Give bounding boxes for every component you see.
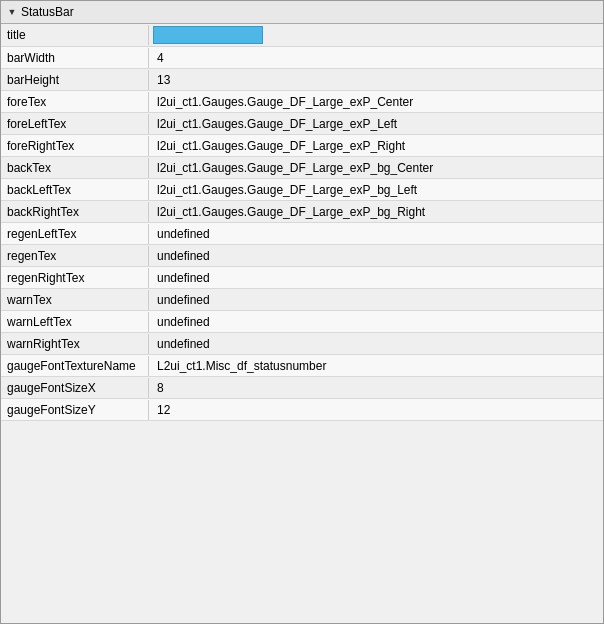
prop-value-text: l2ui_ct1.Gauges.Gauge_DF_Large_exP_bg_Le… xyxy=(153,181,421,199)
table-row: barHeight13 xyxy=(1,69,603,91)
prop-label: regenTex xyxy=(1,246,149,266)
table-row: backTexl2ui_ct1.Gauges.Gauge_DF_Large_ex… xyxy=(1,157,603,179)
prop-label: gaugeFontSizeX xyxy=(1,378,149,398)
prop-label: warnLeftTex xyxy=(1,312,149,332)
table-row: warnRightTexundefined xyxy=(1,333,603,355)
prop-value-text: undefined xyxy=(153,335,214,353)
prop-value-text: l2ui_ct1.Gauges.Gauge_DF_Large_exP_Cente… xyxy=(153,93,417,111)
prop-value-text: undefined xyxy=(153,225,214,243)
prop-value-text: undefined xyxy=(153,269,214,287)
prop-label: regenRightTex xyxy=(1,268,149,288)
table-row: foreTexl2ui_ct1.Gauges.Gauge_DF_Large_ex… xyxy=(1,91,603,113)
table-row: backRightTexl2ui_ct1.Gauges.Gauge_DF_Lar… xyxy=(1,201,603,223)
prop-value-text: l2ui_ct1.Gauges.Gauge_DF_Large_exP_Left xyxy=(153,115,401,133)
table-row: warnLeftTexundefined xyxy=(1,311,603,333)
table-row: gaugeFontTextureNameL2ui_ct1.Misc_df_sta… xyxy=(1,355,603,377)
prop-label: gaugeFontTextureName xyxy=(1,356,149,376)
prop-value-text: 8 xyxy=(153,379,168,397)
prop-value-text: undefined xyxy=(153,291,214,309)
title-input[interactable] xyxy=(153,26,263,44)
prop-value-text: 13 xyxy=(153,71,174,89)
prop-label: title xyxy=(1,25,149,45)
prop-label: regenLeftTex xyxy=(1,224,149,244)
prop-value-text: 12 xyxy=(153,401,174,419)
table-row: foreLeftTexl2ui_ct1.Gauges.Gauge_DF_Larg… xyxy=(1,113,603,135)
section-header[interactable]: ▼ StatusBar xyxy=(1,1,603,24)
prop-label: warnTex xyxy=(1,290,149,310)
table-row: barWidth4 xyxy=(1,47,603,69)
table-row: backLeftTexl2ui_ct1.Gauges.Gauge_DF_Larg… xyxy=(1,179,603,201)
prop-label: warnRightTex xyxy=(1,334,149,354)
prop-value-text: l2ui_ct1.Gauges.Gauge_DF_Large_exP_bg_Ce… xyxy=(153,159,437,177)
table-row: gaugeFontSizeX8 xyxy=(1,377,603,399)
prop-value-text: undefined xyxy=(153,313,214,331)
table-row: regenRightTexundefined xyxy=(1,267,603,289)
prop-label: foreLeftTex xyxy=(1,114,149,134)
table-row: regenTexundefined xyxy=(1,245,603,267)
prop-value-text: L2ui_ct1.Misc_df_statusnumber xyxy=(153,357,330,375)
section-title: StatusBar xyxy=(21,5,74,19)
properties-table: titlebarWidth4barHeight13foreTexl2ui_ct1… xyxy=(1,24,603,623)
prop-label: gaugeFontSizeY xyxy=(1,400,149,420)
table-row: regenLeftTexundefined xyxy=(1,223,603,245)
table-row: foreRightTexl2ui_ct1.Gauges.Gauge_DF_Lar… xyxy=(1,135,603,157)
prop-value-text: 4 xyxy=(153,49,168,67)
title-input-wrapper xyxy=(153,26,599,44)
collapse-icon[interactable]: ▼ xyxy=(7,7,17,17)
table-row: warnTexundefined xyxy=(1,289,603,311)
prop-value-text: undefined xyxy=(153,247,214,265)
table-row: gaugeFontSizeY12 xyxy=(1,399,603,421)
prop-value-text: l2ui_ct1.Gauges.Gauge_DF_Large_exP_Right xyxy=(153,137,409,155)
prop-label: backTex xyxy=(1,158,149,178)
table-row: title xyxy=(1,24,603,47)
prop-label: backRightTex xyxy=(1,202,149,222)
properties-panel: ▼ StatusBar titlebarWidth4barHeight13for… xyxy=(0,0,604,624)
prop-label: foreTex xyxy=(1,92,149,112)
prop-label: barHeight xyxy=(1,70,149,90)
prop-label: foreRightTex xyxy=(1,136,149,156)
prop-value-text: l2ui_ct1.Gauges.Gauge_DF_Large_exP_bg_Ri… xyxy=(153,203,429,221)
prop-label: backLeftTex xyxy=(1,180,149,200)
prop-label: barWidth xyxy=(1,48,149,68)
